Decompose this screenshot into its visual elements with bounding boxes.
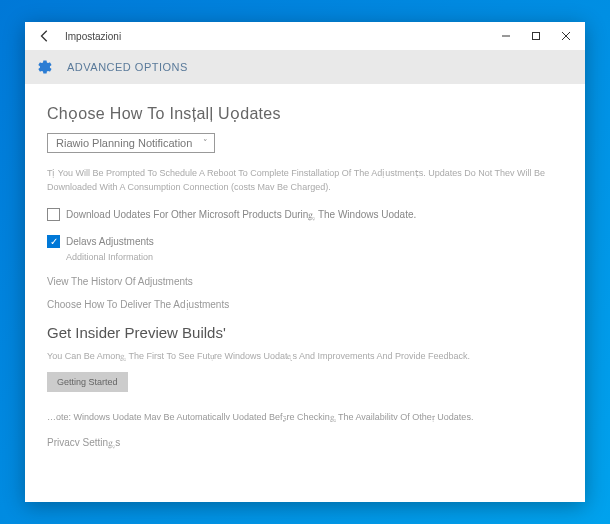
window-controls	[491, 25, 581, 47]
other-products-checkbox-row: Download Uodates For Other Microsoft Pro…	[47, 208, 563, 221]
chevron-down-icon: ˅	[203, 138, 208, 148]
gear-icon	[37, 59, 53, 75]
minimize-button[interactable]	[491, 25, 521, 47]
window-title: Impostazioni	[65, 31, 121, 42]
svg-rect-1	[533, 33, 540, 40]
back-button[interactable]	[35, 26, 55, 46]
other-products-label: Download Uodates For Other Microsoft Pro…	[66, 209, 416, 221]
dropdown-value: Riawio Planning Notification	[56, 137, 192, 149]
maximize-icon	[531, 31, 541, 41]
delays-checkbox-row: ✓ Delavs Adjustments	[47, 235, 563, 248]
delays-label: Delavs Adjustments	[66, 236, 154, 247]
install-description: Tị You Will Be Prompted To Schedule A Re…	[47, 167, 563, 194]
back-arrow-icon	[38, 29, 52, 43]
view-history-link[interactable]: View The Historv Of Adjustments	[47, 276, 563, 287]
install-updates-heading: Chọose How To Insțalļ Uọdates	[47, 104, 563, 123]
titlebar: Impostazioni	[25, 22, 585, 50]
minimize-icon	[501, 31, 511, 41]
delays-checkbox[interactable]: ✓	[47, 235, 60, 248]
settings-window: Impostazioni ADVANCED OPTIONS Chọose How…	[25, 22, 585, 502]
content-area: Chọose How To Insțalļ Uọdates Riawio Pla…	[25, 84, 585, 502]
update-note: …ote: Windows Uodate Mav Be Automaticall…	[47, 412, 563, 423]
header-bar: ADVANCED OPTIONS	[25, 50, 585, 84]
insider-heading: Get Insider Preview Builds'	[47, 324, 563, 341]
page-title: ADVANCED OPTIONS	[67, 61, 188, 73]
privacy-settings-link[interactable]: Privacv Settinᶃs	[47, 437, 563, 449]
other-products-checkbox[interactable]	[47, 208, 60, 221]
delays-additional-info[interactable]: Additional Information	[66, 252, 563, 262]
deliver-updates-link[interactable]: Choose How To Deliver The Adịustments	[47, 299, 563, 310]
close-button[interactable]	[551, 25, 581, 47]
getting-started-button[interactable]: Getting Started	[47, 372, 128, 392]
install-mode-dropdown[interactable]: Riawio Planning Notification ˅	[47, 133, 215, 153]
insider-description: You Can Be Amonᶃ The First To See Futụre…	[47, 351, 563, 362]
close-icon	[561, 31, 571, 41]
maximize-button[interactable]	[521, 25, 551, 47]
